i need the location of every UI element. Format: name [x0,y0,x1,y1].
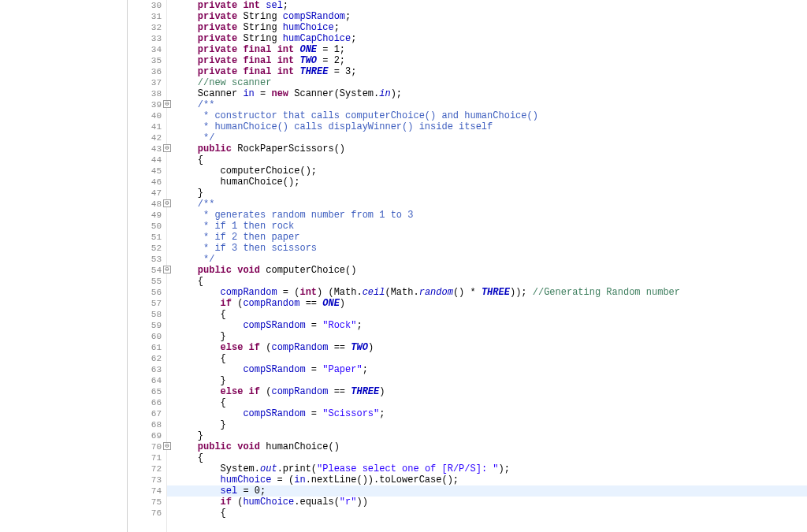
code-line[interactable]: public void computerChoice() [175,265,807,276]
code-token: public [198,143,232,154]
code-token: new [271,88,288,99]
code-line[interactable]: public RockPaperScissors() [175,143,807,154]
code-editor[interactable]: private int sel; private String compSRan… [167,0,807,532]
code-token: THREE [482,287,510,298]
code-token: } [175,188,203,199]
code-token: String [237,11,283,22]
code-line[interactable]: private int sel; [175,0,807,11]
code-token: = 3; [328,66,356,77]
line-number: 74 [128,485,166,497]
code-token: public void [198,441,260,452]
fold-collapse-icon[interactable]: ⊖ [163,100,171,108]
code-line[interactable]: private final int TWO = 2; [175,55,807,66]
code-token: compSRandom [243,408,305,419]
code-line[interactable]: { [175,353,807,364]
line-number: 35 [128,55,166,66]
code-line[interactable]: } [175,375,807,386]
code-line[interactable]: { [175,452,807,463]
code-line[interactable]: * if 1 then rock [175,221,807,232]
code-line[interactable]: public void humanChoice() [175,441,807,452]
code-token: { [175,353,226,364]
code-token: compRandom [221,287,277,298]
code-token: humChoice [243,497,294,508]
code-line[interactable]: private String humCapChoice; [175,33,807,44]
code-token: in [379,88,390,99]
code-line[interactable]: { [175,276,807,287]
code-line[interactable]: computerChoice(); [175,166,807,177]
code-token: humCapChoice [283,33,351,44]
line-number: 32 [128,22,166,33]
code-line[interactable]: } [175,188,807,199]
code-token [175,33,198,44]
code-line[interactable]: /** [175,99,807,110]
code-token: humanChoice(); [175,177,299,188]
code-token: String [237,22,283,33]
code-line[interactable]: private final int THREE = 3; [175,66,807,77]
code-line[interactable]: { [175,154,807,166]
code-line[interactable]: { [175,397,807,408]
code-line[interactable]: * humanChoice() calls displayWinner() in… [175,121,807,132]
code-line[interactable]: * constructor that calls computerChoice(… [175,110,807,121]
fold-collapse-icon[interactable]: ⊖ [163,442,171,450]
code-token: )); [510,287,533,298]
code-line[interactable]: } [175,419,807,430]
code-line[interactable]: //new scanner [175,77,807,88]
code-token: = [306,408,323,419]
line-number: 44 [128,154,166,166]
code-token: ) (Math. [317,287,363,298]
code-line[interactable]: private String compSRandom; [175,11,807,22]
code-line[interactable]: if (compRandom == ONE) [175,298,807,309]
code-token [175,0,198,11]
code-token: if [221,497,232,508]
code-token: == [299,298,322,309]
line-number: 66 [128,397,166,408]
fold-collapse-icon[interactable]: ⊖ [163,199,171,207]
code-token: = 1; [317,44,345,55]
code-line[interactable]: humanChoice(); [175,177,807,188]
code-token [175,254,198,265]
code-line[interactable]: sel = 0; [167,485,807,497]
line-number: 37 [128,77,166,88]
line-number: 73 [128,474,166,485]
code-line[interactable]: } [175,331,807,342]
code-line[interactable]: */ [175,132,807,143]
line-number: 30 [128,0,166,11]
code-token: private int [198,0,260,11]
line-number: 50 [128,221,166,232]
fold-collapse-icon[interactable]: ⊖ [163,144,171,152]
code-line[interactable]: private final int ONE = 1; [175,44,807,55]
code-line[interactable]: Scanner in = new Scanner(System.in); [175,88,807,99]
code-token [175,320,243,331]
code-line[interactable]: * if 3 then scissors [175,243,807,254]
code-line[interactable]: { [175,508,807,519]
code-line[interactable]: } [175,430,807,441]
code-line[interactable]: if (humChoice.equals("r")) [175,497,807,508]
code-line[interactable]: compSRandom = "Paper"; [175,364,807,375]
code-line[interactable]: compSRandom = "Rock"; [175,320,807,331]
code-token [175,22,198,33]
code-token: () * [453,287,482,298]
code-line[interactable]: * if 2 then paper [175,232,807,243]
line-number: 45 [128,166,166,177]
code-line[interactable]: humChoice = (in.nextLine()).toLowerCase(… [175,474,807,485]
code-line[interactable]: compRandom = (int) (Math.ceil(Math.rando… [175,287,807,298]
code-token: ; [345,11,351,22]
code-token: "Scissors" [322,408,379,419]
code-line[interactable]: System.out.print("Please select one of [… [175,463,807,474]
code-token: } [175,430,203,441]
code-line[interactable]: private String humChoice; [175,22,807,33]
code-token: */ [198,254,215,265]
code-token: ; [351,33,356,44]
code-line[interactable]: /** [175,199,807,210]
fold-collapse-icon[interactable]: ⊖ [163,266,171,273]
line-number: 54⊖ [128,265,166,276]
code-line[interactable]: compSRandom = "Scissors"; [175,408,807,419]
code-token: Scanner [175,88,243,99]
code-line[interactable]: */ [175,254,807,265]
code-line[interactable]: else if (compRandom == THREE) [175,386,807,397]
code-token: ; [334,22,340,33]
code-line[interactable]: else if (compRandom == TWO) [175,342,807,353]
code-token: "Paper" [322,364,362,375]
code-line[interactable]: * generates random number from 1 to 3 [175,210,807,221]
code-line[interactable]: { [175,309,807,320]
